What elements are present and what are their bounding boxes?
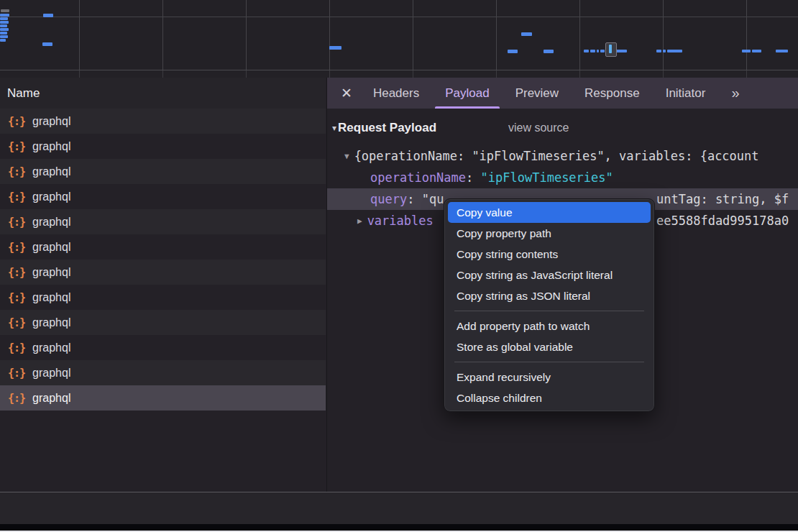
overview-request-bar (597, 50, 599, 52)
overview-request-bar (521, 32, 532, 36)
menu-item-copy-string-as-json-literal[interactable]: Copy string as JSON literal (448, 285, 651, 306)
property-key: query (370, 192, 407, 206)
menu-separator (454, 311, 644, 311)
tab-label: Preview (515, 86, 559, 101)
request-row[interactable]: {:}graphql (0, 285, 326, 310)
property-key: variables (367, 214, 434, 228)
overview-gridline (746, 70, 747, 78)
tab-response[interactable]: Response (584, 78, 640, 109)
request-row[interactable]: {:}graphql (0, 260, 326, 285)
overview-request-bar (656, 50, 661, 52)
payload-variables-row[interactable]: ▶variables (357, 210, 434, 231)
payload-query-row[interactable]: query: "qu (370, 188, 444, 210)
view-source-link[interactable]: view source (508, 117, 569, 139)
overview-request-bar (42, 42, 52, 46)
request-row[interactable]: {:}graphql (0, 134, 326, 159)
overview-grey-bar (1, 9, 9, 12)
payload-section-title: Request Payload (338, 121, 436, 135)
json-braces-icon: {:} (8, 266, 25, 279)
triangle-right-icon[interactable]: ▶ (357, 216, 362, 226)
overview-gridline (579, 0, 580, 70)
colon: : (466, 170, 480, 185)
menu-item-copy-property-path[interactable]: Copy property path (448, 223, 651, 244)
overview-gridline (162, 70, 163, 78)
overview-request-bar (0, 39, 6, 42)
overview-gridline (413, 0, 413, 70)
tab-headers[interactable]: Headers (373, 78, 419, 109)
request-row[interactable]: {:}graphql (0, 184, 326, 209)
tab-preview[interactable]: Preview (515, 78, 559, 109)
overview-request-bar (616, 50, 627, 52)
tab-initiator[interactable]: Initiator (666, 78, 706, 109)
json-braces-icon: {:} (8, 241, 25, 254)
collapse-triangle-icon[interactable]: ▾ (332, 123, 336, 133)
network-overview-timeline[interactable] (0, 0, 798, 70)
overview-gridline (246, 70, 247, 78)
overview-request-bar (0, 24, 7, 27)
menu-item-expand-recursively[interactable]: Expand recursively (448, 367, 651, 387)
tabs-holder: HeadersPayloadPreviewResponseInitiator (373, 78, 731, 109)
devtools-network-panel: Name ✕ HeadersPayloadPreviewResponseInit… (0, 0, 798, 532)
menu-item-store-as-global-variable[interactable]: Store as global variable (448, 336, 651, 357)
json-braces-icon: {:} (8, 216, 25, 229)
menu-item-copy-value[interactable]: Copy value (448, 202, 651, 223)
property-value-tail: ee5588fdad995178a0 (656, 214, 789, 228)
request-row[interactable]: {:}graphql (0, 385, 326, 411)
menu-item-collapse-children[interactable]: Collapse children (448, 387, 651, 408)
overview-request-bar (600, 50, 605, 52)
overview-request-bar (508, 50, 518, 53)
request-row[interactable]: {:}graphql (0, 335, 326, 360)
json-braces-icon: {:} (8, 316, 25, 329)
request-row[interactable]: {:}graphql (0, 109, 326, 134)
overview-request-bar (0, 14, 9, 17)
overview-gridline (413, 70, 413, 78)
overview-request-bar (742, 50, 751, 52)
overview-request-bar (0, 35, 8, 38)
close-icon[interactable]: ✕ (341, 85, 352, 101)
menu-item-copy-string-contents[interactable]: Copy string contents (448, 244, 651, 265)
overview-gridline (579, 70, 580, 78)
tab-label: Headers (373, 86, 419, 101)
name-column-header[interactable]: Name (0, 78, 326, 109)
panel-divider[interactable] (326, 78, 327, 525)
overview-request-bar (590, 50, 595, 52)
overview-request-bar (0, 21, 9, 24)
request-row[interactable]: {:}graphql (0, 209, 326, 234)
request-payload-section[interactable]: ▾ Request Payload (332, 117, 436, 139)
json-braces-icon: {:} (8, 392, 25, 405)
triangle-down-icon[interactable]: ▼ (344, 152, 349, 161)
json-braces-icon: {:} (8, 140, 25, 153)
json-braces-icon: {:} (8, 115, 25, 128)
json-braces-icon: {:} (8, 165, 25, 178)
context-menu: Copy valueCopy property pathCopy string … (444, 198, 655, 412)
request-row[interactable]: {:}graphql (0, 159, 326, 184)
request-row[interactable]: {:}graphql (0, 310, 326, 335)
property-value-start: "qu (422, 192, 444, 206)
summary-bar (0, 492, 798, 524)
active-tab-underline (435, 106, 499, 109)
overview-gridline (329, 70, 330, 78)
overview-gridline (246, 0, 247, 70)
colon: : (407, 192, 421, 206)
request-row[interactable]: {:}graphql (0, 360, 326, 385)
json-braces-icon: {:} (8, 367, 25, 380)
json-braces-icon: {:} (8, 191, 25, 203)
menu-item-copy-string-as-javascript-literal[interactable]: Copy string as JavaScript literal (448, 265, 651, 285)
property-key: operationName (370, 170, 466, 185)
request-name: graphql (32, 165, 70, 178)
overview-request-bar (663, 50, 666, 52)
request-row[interactable]: {:}graphql (0, 234, 326, 260)
payload-root-row[interactable]: ▼{operationName: "ipFlowTimeseries", var… (344, 145, 759, 167)
request-name: graphql (32, 140, 70, 153)
tab-overflow-icon[interactable]: » (731, 85, 738, 101)
overview-request-bar (544, 50, 554, 53)
payload-operation-row[interactable]: operationName: "ipFlowTimeseries" (370, 167, 613, 188)
overview-gridline (79, 0, 80, 70)
payload-variables-row-tail: ee5588fdad995178a0 (656, 210, 789, 231)
request-name: graphql (32, 392, 70, 405)
overview-request-bar (0, 32, 7, 35)
request-name: graphql (32, 191, 70, 203)
menu-item-add-property-path-to-watch[interactable]: Add property path to watch (448, 316, 651, 336)
json-braces-icon: {:} (8, 291, 25, 304)
tab-payload[interactable]: Payload (445, 78, 489, 109)
